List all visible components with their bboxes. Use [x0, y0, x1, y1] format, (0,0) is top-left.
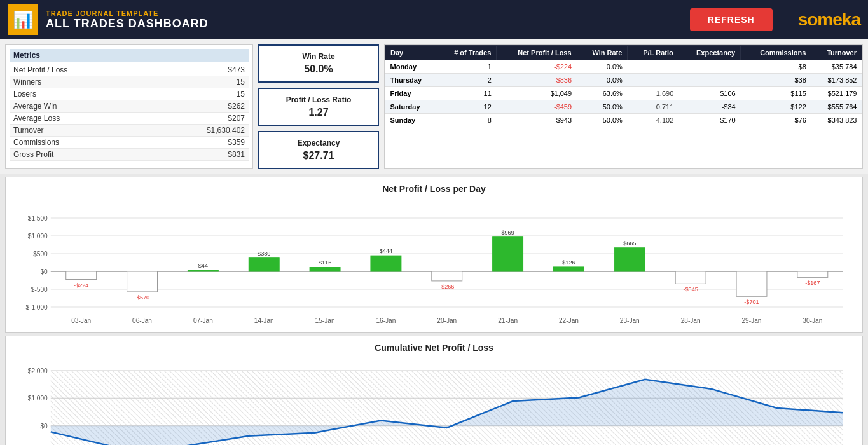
svg-rect-42 — [675, 271, 706, 284]
svg-text:$380: $380 — [258, 250, 270, 257]
metrics-value: 15 — [237, 90, 245, 99]
app-title: ALL TRADES DASHBOARD — [46, 17, 690, 31]
svg-text:-$167: -$167 — [805, 280, 820, 286]
table-cell: 12 — [437, 100, 497, 114]
table-cell: Saturday — [385, 100, 437, 114]
header: 📊 TRADE JOURNAL TEMPLATE ALL TRADES DASH… — [0, 0, 868, 39]
table-cell: $122 — [741, 100, 811, 114]
day-table: Day# of TradesNet Profit / LossWin RateP… — [385, 45, 862, 127]
metrics-value: $359 — [228, 138, 245, 147]
kpi-pl-ratio-label: Profit / Loss Ratio — [272, 95, 365, 104]
day-table-col-header: Win Rate — [577, 46, 628, 60]
day-table-col-header: Expectancy — [679, 46, 740, 60]
svg-text:28-Jan: 28-Jan — [681, 317, 701, 324]
table-row: Sunday8$94350.0%4.102$170$76$343,823 — [385, 114, 862, 127]
svg-text:$1,000: $1,000 — [28, 233, 48, 240]
svg-rect-45 — [736, 271, 767, 296]
svg-rect-21 — [249, 258, 279, 271]
metrics-value: $262 — [228, 102, 245, 111]
metrics-label: Winners — [13, 78, 41, 86]
svg-text:29-Jan: 29-Jan — [742, 317, 762, 324]
table-cell: -$459 — [497, 100, 577, 114]
metrics-label: Commissions — [13, 138, 59, 147]
metrics-value: $1,630,402 — [207, 126, 245, 135]
day-table-col-header: Net Profit / Loss — [497, 46, 577, 60]
metrics-row: Losers15 — [10, 88, 249, 100]
table-cell: $170 — [679, 114, 740, 127]
table-cell: -$34 — [679, 100, 740, 114]
day-table-col-header: Turnover — [811, 46, 862, 60]
table-cell: 0.0% — [577, 60, 628, 74]
svg-text:$1,500: $1,500 — [28, 215, 48, 222]
metrics-row: Gross Profit$831 — [10, 149, 249, 161]
someka-logo-accent: ka — [842, 10, 860, 29]
svg-rect-15 — [127, 271, 158, 292]
svg-text:-$345: -$345 — [683, 286, 698, 292]
svg-text:-$224: -$224 — [74, 282, 88, 289]
svg-text:-$701: -$701 — [744, 299, 759, 305]
metrics-row: Average Win$262 — [10, 100, 249, 113]
metrics-row: Winners15 — [10, 76, 249, 88]
svg-text:$444: $444 — [380, 248, 392, 254]
svg-text:$1,000: $1,000 — [28, 395, 48, 402]
table-cell: $343,823 — [811, 114, 862, 127]
line-chart-title: Cumulative Net Profit / Loss — [12, 343, 856, 353]
kpi-expectancy: Expectancy $27.71 — [258, 131, 379, 169]
table-cell: 50.0% — [577, 114, 628, 127]
table-cell: Sunday — [385, 114, 437, 127]
kpi-pl-ratio-value: 1.27 — [272, 107, 365, 118]
svg-text:15-Jan: 15-Jan — [315, 317, 335, 324]
svg-text:$969: $969 — [501, 229, 514, 236]
svg-text:16-Jan: 16-Jan — [376, 317, 396, 324]
svg-text:$-500: $-500 — [31, 286, 48, 293]
kpi-win-rate-label: Win Rate — [272, 52, 365, 61]
day-table-body: Monday1-$2240.0%$8$35,784Thursday2-$8360… — [385, 60, 862, 127]
metrics-row: Turnover$1,630,402 — [10, 125, 249, 137]
table-cell: -$836 — [497, 74, 577, 87]
day-table-col-header: Commissions — [741, 46, 811, 60]
table-cell — [679, 60, 740, 74]
svg-text:$126: $126 — [562, 259, 575, 266]
svg-text:20-Jan: 20-Jan — [437, 317, 457, 324]
table-cell: 63.6% — [577, 87, 628, 100]
table-cell: 1.690 — [628, 87, 679, 100]
app-subtitle: TRADE JOURNAL TEMPLATE — [46, 10, 690, 17]
table-cell: 50.0% — [577, 100, 628, 114]
svg-text:30-Jan: 30-Jan — [803, 317, 822, 324]
svg-text:$-1,000: $-1,000 — [25, 304, 48, 311]
table-cell: 0.0% — [577, 74, 628, 87]
table-cell — [628, 74, 679, 87]
table-cell: 4.102 — [628, 114, 679, 127]
someka-logo-text: some — [798, 10, 842, 29]
bar-chart-svg: $1,500$1,000$500$0$-500$-1,000-$22403-Ja… — [12, 199, 856, 326]
metrics-label: Turnover — [13, 126, 44, 135]
table-row: Friday11$1,04963.6%1.690$106$115$521,179 — [385, 87, 862, 100]
svg-text:-$266: -$266 — [439, 284, 454, 290]
svg-text:03-Jan: 03-Jan — [71, 317, 91, 324]
metrics-row: Average Loss$207 — [10, 113, 249, 125]
table-cell: 2 — [437, 74, 497, 87]
table-cell: Monday — [385, 60, 437, 74]
table-cell: $106 — [679, 87, 740, 100]
header-text: TRADE JOURNAL TEMPLATE ALL TRADES DASHBO… — [46, 10, 690, 31]
table-cell: $8 — [741, 60, 811, 74]
table-cell: $943 — [497, 114, 577, 127]
app-logo: 📊 — [8, 4, 38, 35]
metrics-value: 15 — [237, 78, 245, 86]
svg-text:$116: $116 — [319, 260, 331, 266]
metrics-label: Average Win — [13, 102, 57, 111]
svg-text:$500: $500 — [33, 250, 48, 257]
table-cell: 8 — [437, 114, 497, 127]
metrics-label: Net Profit / Loss — [13, 65, 67, 74]
svg-rect-18 — [188, 270, 218, 271]
refresh-button[interactable]: REFRESH — [690, 8, 773, 31]
table-cell: $38 — [741, 74, 811, 87]
bar-chart-title: Net Profit / Loss per Day — [12, 184, 856, 194]
table-cell — [628, 60, 679, 74]
svg-text:$0: $0 — [40, 423, 48, 430]
line-chart-container: $2,000$1,000$0$-1,00003-Jan06-Jan07-Jan1… — [12, 358, 856, 445]
bar-chart-section: Net Profit / Loss per Day $1,500$1,000$5… — [5, 177, 863, 333]
kpi-win-rate: Win Rate 50.0% — [258, 44, 379, 83]
table-row: Thursday2-$8360.0%$38$173,852 — [385, 74, 862, 87]
table-cell: 11 — [437, 87, 497, 100]
